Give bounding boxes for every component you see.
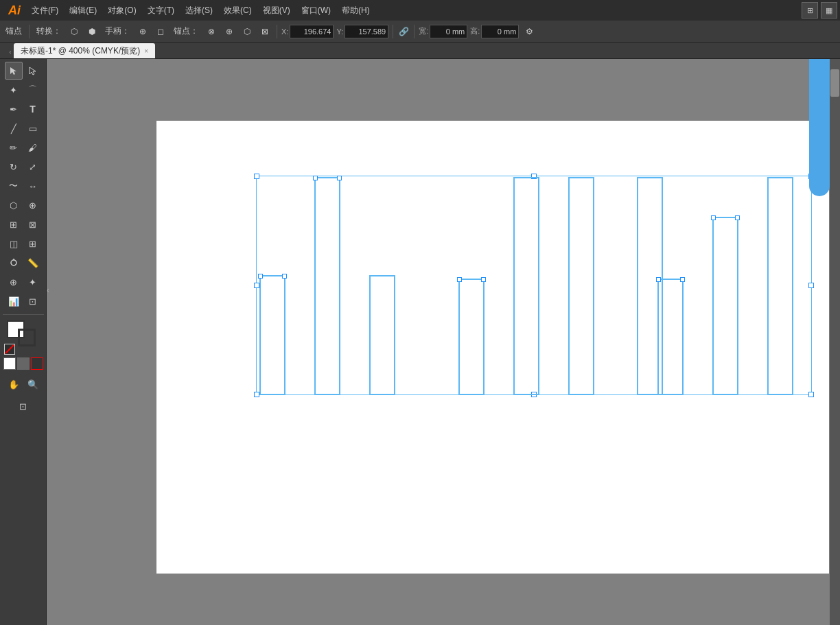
link-dimensions-button[interactable]: 🔗	[397, 25, 410, 38]
rect-tool[interactable]: ▭	[24, 119, 42, 137]
puppet-warp-tool[interactable]: ⊕	[24, 196, 42, 214]
artboard-nav-tool[interactable]: ⊡	[14, 397, 32, 415]
scrollbar-thumb[interactable]	[830, 69, 839, 97]
anchor-btn-2[interactable]: ⊕	[222, 24, 237, 39]
shape-builder-tool[interactable]: ⊞	[5, 215, 23, 233]
bar-2-handle-tr[interactable]	[337, 176, 342, 180]
handle-btn-2[interactable]: ◻	[153, 24, 168, 39]
menu-edit[interactable]: 编辑(E)	[64, 0, 102, 21]
vertical-scrollbar[interactable]	[830, 59, 840, 625]
gradient-tool[interactable]: ◫	[5, 235, 23, 252]
transform-btn-1[interactable]: ⬡	[67, 24, 82, 39]
scale-tool[interactable]: ⤢	[24, 158, 42, 176]
bar-1-handle-tl[interactable]	[258, 274, 263, 279]
width-input[interactable]	[430, 25, 467, 38]
zoom-tool[interactable]: 🔍	[24, 375, 42, 393]
tool-row-7: 〜 ↔	[0, 177, 46, 195]
collapse-panel-arrow[interactable]: ‹	[47, 285, 49, 295]
bar-10[interactable]	[637, 177, 663, 395]
menu-items: 文件(F) 编辑(E) 对象(O) 文字(T) 选择(S) 效果(C) 视图(V…	[26, 0, 375, 21]
blend-tool[interactable]: ⊕	[5, 273, 23, 291]
menu-file[interactable]: 文件(F)	[26, 0, 64, 21]
free-transform-tool[interactable]: ⬡	[5, 196, 23, 214]
anchor-btn-1[interactable]: ⊗	[204, 24, 219, 39]
tool-row-9: ⊞ ⊠	[0, 215, 46, 233]
app-logo: Ai	[3, 0, 26, 21]
normal-mode-btn[interactable]	[3, 357, 16, 370]
bar-2-handle-tl[interactable]	[313, 176, 318, 180]
artboard-tool[interactable]: ⊡	[24, 292, 42, 310]
bar-1[interactable]	[259, 275, 285, 395]
x-input[interactable]	[290, 25, 334, 38]
tool-row-2: ✦ ⌒	[0, 81, 46, 99]
document-tab[interactable]: 未标题-1* @ 400% (CMYK/预览) ×	[14, 43, 155, 58]
bar-8-handle-tr[interactable]	[735, 215, 740, 220]
menu-view[interactable]: 视图(V)	[257, 0, 296, 21]
tool-row-4: ╱ ▭	[0, 119, 46, 137]
handle-ml[interactable]	[254, 283, 259, 288]
rotate-tool[interactable]: ↻	[5, 158, 23, 176]
eyedropper-tool[interactable]	[5, 254, 23, 272]
mesh-tool[interactable]: ⊞	[24, 235, 42, 252]
pen-tool[interactable]: ✒	[5, 100, 23, 118]
menu-object[interactable]: 对象(O)	[102, 0, 141, 21]
bar-4-handle-tr[interactable]	[481, 277, 486, 282]
menubar: Ai 文件(F) 编辑(E) 对象(O) 文字(T) 选择(S) 效果(C) 视…	[0, 0, 840, 21]
direct-select-tool[interactable]	[24, 62, 42, 80]
menu-effect[interactable]: 效果(C)	[218, 0, 257, 21]
measure-tool[interactable]: 📏	[24, 254, 42, 272]
isolation-mode-btn[interactable]	[31, 357, 43, 370]
svg-marker-0	[10, 67, 16, 75]
handle-mr[interactable]	[808, 283, 814, 288]
magic-wand-tool[interactable]: ✦	[5, 81, 23, 99]
anchor-btn-4[interactable]: ⊠	[257, 24, 272, 39]
canvas-area[interactable]: ‹	[47, 59, 840, 625]
hand-tool[interactable]: ✋	[5, 375, 23, 393]
selection-tool[interactable]	[5, 62, 23, 80]
warp-tool[interactable]: 〜	[5, 177, 23, 195]
bar-5[interactable]	[513, 177, 539, 395]
height-input[interactable]	[481, 25, 519, 38]
transform-btn-2[interactable]: ⬢	[84, 24, 100, 39]
line-tool[interactable]: ╱	[5, 119, 23, 137]
perspective-tool[interactable]: ⊠	[24, 215, 42, 233]
y-input[interactable]	[345, 25, 388, 38]
width-tool[interactable]: ↔	[24, 177, 42, 195]
menu-window[interactable]: 窗口(W)	[296, 0, 336, 21]
stroke-color[interactable]	[18, 329, 36, 346]
column-graph-tool[interactable]: 📊	[5, 292, 23, 310]
lasso-tool[interactable]: ⌒	[24, 81, 42, 99]
handle-tl[interactable]	[254, 174, 259, 179]
brush-tool[interactable]: 🖌	[24, 139, 42, 156]
bar-4-handle-tl[interactable]	[457, 277, 462, 282]
arrange-button[interactable]: ▦	[821, 2, 837, 19]
tool-row-10: ◫ ⊞	[0, 235, 46, 252]
handle-br[interactable]	[808, 392, 814, 397]
symbol-tool[interactable]: ✦	[24, 273, 42, 291]
bar-9[interactable]	[767, 177, 793, 395]
bar-3[interactable]	[369, 275, 395, 395]
handle-bl[interactable]	[254, 392, 259, 397]
bar-2[interactable]	[314, 177, 340, 395]
toolbar-sep-2	[277, 25, 277, 38]
menu-help[interactable]: 帮助(H)	[336, 0, 375, 21]
bar-4[interactable]	[458, 279, 485, 395]
bar-6[interactable]	[568, 177, 594, 395]
tab-panel-btn[interactable]: ‹	[7, 46, 14, 58]
pencil-tool[interactable]: ✏	[5, 139, 23, 156]
tab-close-button[interactable]: ×	[144, 47, 148, 55]
menu-text[interactable]: 文字(T)	[142, 0, 180, 21]
none-indicator[interactable]	[4, 344, 15, 355]
menu-select[interactable]: 选择(S)	[180, 0, 218, 21]
more-options-button[interactable]: ⚙	[522, 24, 537, 39]
bar-7-handle-tr[interactable]	[680, 277, 685, 282]
handle-btn-1[interactable]: ⊕	[135, 24, 150, 39]
bar-1-handle-tr[interactable]	[282, 274, 287, 279]
behind-mode-btn[interactable]	[17, 357, 30, 370]
x-label: X:	[281, 27, 288, 36]
bar-8[interactable]	[712, 217, 738, 395]
workspace-button[interactable]: ⊞	[802, 2, 818, 19]
bar-8-handle-tl[interactable]	[711, 215, 716, 220]
type-tool[interactable]: T	[24, 100, 42, 118]
anchor-btn-3[interactable]: ⬡	[240, 24, 255, 39]
